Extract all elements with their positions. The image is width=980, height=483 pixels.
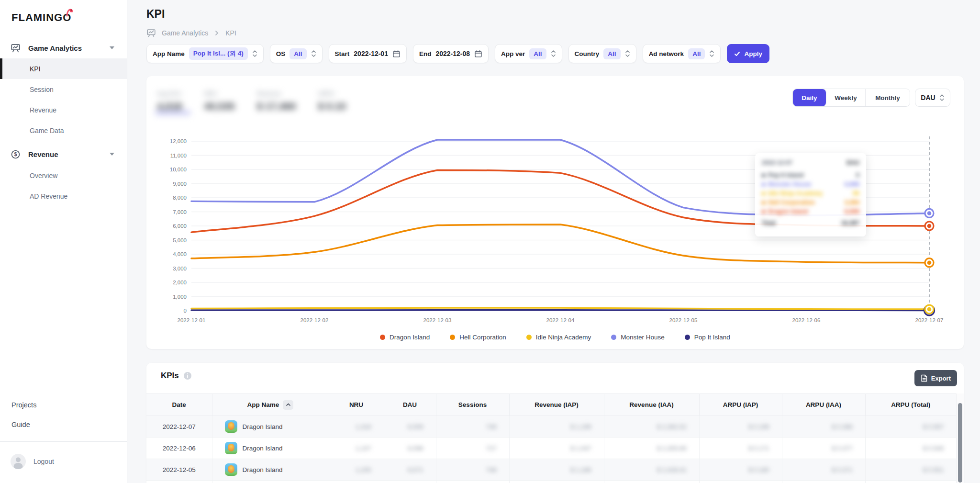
sidebar-link-guide[interactable]: Guide xyxy=(0,416,127,434)
active-indicator xyxy=(0,58,2,79)
sidebar-item-session[interactable]: Session xyxy=(0,79,127,100)
sidebar-item-revenue[interactable]: Revenue xyxy=(0,100,127,120)
sidebar-item-kpi[interactable]: KPI xyxy=(0,58,127,79)
info-icon[interactable] xyxy=(183,371,192,380)
tooltip-row: Hell Corporation3,394 xyxy=(762,198,859,207)
table-scrollbar[interactable] xyxy=(956,393,964,483)
end-date-filter[interactable]: End 2022-12-08 xyxy=(413,44,489,63)
cell-metric-blurred: 1,318 xyxy=(329,416,384,438)
ad-network-filter[interactable]: Ad network All xyxy=(643,44,721,63)
filter-bar: App Name Pop It Isl... (외 4) OS All Star… xyxy=(146,44,769,63)
col-date[interactable]: Date xyxy=(146,394,212,416)
cell-date: 2022-12-07 xyxy=(146,416,212,438)
metric-select[interactable]: DAU xyxy=(915,89,950,107)
stat-label: ARPU xyxy=(318,90,346,97)
legend-item[interactable]: Dragon Island xyxy=(380,334,430,341)
app-name-label: Dragon Island xyxy=(243,466,283,473)
legend-item[interactable]: Idle Ninja Academy xyxy=(526,334,591,341)
svg-text:$: $ xyxy=(14,151,17,157)
legend-label: Idle Ninja Academy xyxy=(536,334,591,341)
calendar-icon xyxy=(392,50,401,58)
cell-metric-blurred: $ 0.541 xyxy=(865,481,956,483)
filter-value-pill: All xyxy=(603,48,620,59)
cell-metric-blurred: $ 0.180 xyxy=(699,459,782,481)
legend-label: Monster House xyxy=(621,334,665,341)
table-scrollbar-thumb[interactable] xyxy=(958,403,962,483)
country-filter[interactable]: Country All xyxy=(568,44,636,63)
x-axis-tick: 2022-12-03 xyxy=(423,317,452,323)
col-dau[interactable]: DAU xyxy=(384,394,436,416)
legend-label: Hell Corporation xyxy=(459,334,506,341)
legend-dot-icon xyxy=(685,335,690,340)
tab-daily[interactable]: Daily xyxy=(793,89,826,106)
sidebar-item-label: KPI xyxy=(30,65,41,73)
table-row[interactable]: 2022-12-07Dragon Island1,3186,009739$ 1,… xyxy=(146,416,956,438)
col-arpu-iaa[interactable]: ARPU (IAA) xyxy=(782,394,865,416)
filter-label: OS xyxy=(276,50,286,57)
filter-label: Ad network xyxy=(649,50,684,57)
chevron-updown-icon xyxy=(252,49,257,58)
legend-label: Pop It Island xyxy=(694,334,730,341)
stat-value: $ 0.10 xyxy=(318,101,346,112)
legend-item[interactable]: Hell Corporation xyxy=(450,334,506,341)
legend-item[interactable]: Pop It Island xyxy=(685,334,730,341)
col-app-name[interactable]: App Name xyxy=(212,394,329,416)
start-date-filter[interactable]: Start 2022-12-01 xyxy=(329,44,407,63)
sidebar-item-overview[interactable]: Overview xyxy=(0,165,127,186)
caret-down-icon xyxy=(110,46,114,49)
sidebar-section-revenue[interactable]: $ Revenue xyxy=(0,144,127,165)
apply-button[interactable]: Apply xyxy=(727,44,769,63)
y-axis-tick: 0 xyxy=(184,308,187,314)
breadcrumb-item[interactable]: Game Analytics xyxy=(162,29,208,37)
tooltip-dot-icon xyxy=(762,210,765,213)
stat-label: Revenue xyxy=(257,90,296,97)
col-revenue-iaa[interactable]: Revenue (IAA) xyxy=(604,394,699,416)
cell-metric-blurred: $ 0.199 xyxy=(699,416,782,438)
cell-app-name: Dragon Island xyxy=(212,459,329,481)
cell-metric-blurred: 748 xyxy=(436,459,509,481)
dollar-circle-icon: $ xyxy=(11,149,21,159)
logout-button[interactable]: Logout xyxy=(0,450,127,473)
kpis-table: Date App Name NRU DAU Sessions Revenue (… xyxy=(146,393,956,483)
stat-value: 4,018 xyxy=(157,101,182,112)
series-line-idle-ninja-academy xyxy=(191,308,929,309)
cell-metric-blurred: $ 1,047 xyxy=(509,438,604,459)
cell-metric-blurred: 1,205 xyxy=(329,459,384,481)
flamingo-icon xyxy=(65,8,74,17)
page-title: KPI xyxy=(146,8,165,21)
tab-weekly[interactable]: Weekly xyxy=(826,89,866,106)
table-row[interactable]: 2022-12-04Dragon Island1,2866,864771$ 1,… xyxy=(146,481,956,483)
stat-nru: NRU 40,535 xyxy=(204,90,235,112)
app-logo[interactable]: FLAMINGO xyxy=(11,11,71,24)
y-axis-tick: 5,000 xyxy=(173,237,187,243)
cell-metric-blurred: $ 2,428.41 xyxy=(604,459,699,481)
stat-value: $ 17,460 xyxy=(257,101,296,112)
col-arpu-iap[interactable]: ARPU (IAP) xyxy=(699,394,782,416)
dragon-island-app-icon xyxy=(225,442,237,454)
app-name-filter[interactable]: App Name Pop It Isl... (외 4) xyxy=(146,44,264,63)
sort-asc-icon[interactable] xyxy=(283,400,293,410)
y-axis-tick: 7,000 xyxy=(173,209,187,215)
logout-label: Logout xyxy=(33,458,54,465)
export-button[interactable]: Export xyxy=(914,370,957,386)
x-axis-tick: 2022-12-05 xyxy=(669,317,698,323)
sidebar-link-projects[interactable]: Projects xyxy=(0,396,127,414)
col-revenue-iap[interactable]: Revenue (IAP) xyxy=(509,394,604,416)
os-filter[interactable]: OS All xyxy=(270,44,323,63)
sidebar-item-ad-revenue[interactable]: AD Revenue xyxy=(0,186,127,206)
tooltip-row: Pop It Island0 xyxy=(762,170,859,180)
col-nru[interactable]: NRU xyxy=(329,394,384,416)
app-ver-filter[interactable]: App ver All xyxy=(495,44,562,63)
sidebar-item-game-data[interactable]: Game Data xyxy=(0,120,127,141)
legend-item[interactable]: Monster House xyxy=(611,334,665,341)
table-row[interactable]: 2022-12-05Dragon Island1,2056,571748$ 1,… xyxy=(146,459,956,481)
range-tabs: Daily Weekly Monthly xyxy=(792,89,910,107)
col-arpu-total[interactable]: ARPU (Total) xyxy=(865,394,956,416)
col-sessions[interactable]: Sessions xyxy=(436,394,509,416)
sidebar-item-label: Revenue xyxy=(30,106,56,114)
tab-monthly[interactable]: Monthly xyxy=(866,89,910,106)
sidebar-section-game-analytics[interactable]: Game Analytics xyxy=(0,37,127,58)
table-row[interactable]: 2022-12-06Dragon Island1,1076,098727$ 1,… xyxy=(146,438,956,459)
cell-metric-blurred: 739 xyxy=(436,416,509,438)
y-axis-tick: 9,000 xyxy=(173,181,187,187)
